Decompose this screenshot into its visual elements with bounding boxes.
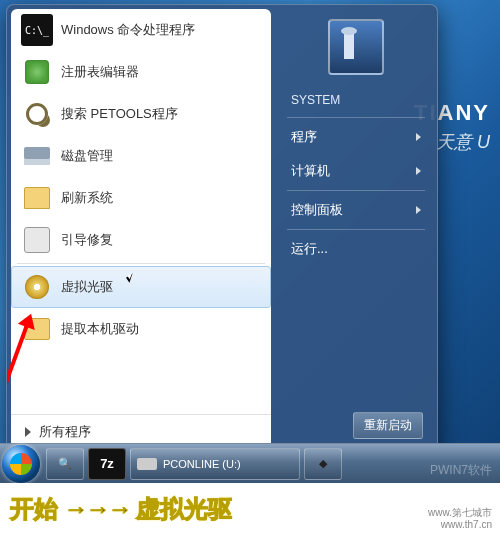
program-list: C:\_ Windows 命令处理程序 注册表编辑器 搜索 PETOOLS程序 … xyxy=(11,9,271,414)
menu-item-virtual-cd[interactable]: 虚拟光驱 xyxy=(11,266,271,308)
right-item-control-panel[interactable]: 控制面板 xyxy=(285,193,427,227)
right-item-run[interactable]: 运行... xyxy=(285,232,427,266)
menu-item-boot-repair[interactable]: 引导修复 xyxy=(11,219,271,261)
right-label: 程序 xyxy=(291,128,317,146)
regedit-icon xyxy=(21,56,53,88)
right-separator xyxy=(287,229,425,230)
right-label: 运行... xyxy=(291,240,328,258)
cd-icon xyxy=(21,271,53,303)
drive-label: PCONLINE (U:) xyxy=(163,458,241,470)
menu-label: 磁盘管理 xyxy=(61,147,113,165)
all-programs-label: 所有程序 xyxy=(39,423,91,441)
menu-item-extract-drivers[interactable]: 提取本机驱动 xyxy=(11,308,271,350)
footer-text-start: 开始 xyxy=(10,493,58,525)
taskbar-7zip-button[interactable]: 7z xyxy=(88,448,126,480)
watermark-site: www.第七城市 www.th7.cn xyxy=(428,507,492,531)
cmd-icon: C:\_ xyxy=(21,14,53,46)
magnifier-chip-icon: 🔍 xyxy=(58,457,72,470)
search-icon xyxy=(21,98,53,130)
menu-label: 注册表编辑器 xyxy=(61,63,139,81)
taskbar-drive-button[interactable]: PCONLINE (U:) xyxy=(130,448,300,480)
right-separator xyxy=(287,190,425,191)
annotation-footer: 开始 →→→ 虚拟光驱 www.第七城市 www.th7.cn xyxy=(0,483,500,535)
menu-label: 刷新系统 xyxy=(61,189,113,207)
taskbar-hwinfo-button[interactable]: 🔍 xyxy=(46,448,84,480)
menu-item-regedit[interactable]: 注册表编辑器 xyxy=(11,51,271,93)
footer-arrows: →→→ xyxy=(64,495,130,523)
right-separator xyxy=(287,117,425,118)
user-name-label: SYSTEM xyxy=(285,89,427,115)
chip-icon: ◆ xyxy=(319,457,327,470)
menu-item-refresh[interactable]: 刷新系统 xyxy=(11,177,271,219)
shutdown-area: 重新启动 xyxy=(285,406,427,443)
menu-separator xyxy=(17,263,265,264)
menu-label: 虚拟光驱 xyxy=(61,278,113,296)
folder-refresh-icon xyxy=(21,182,53,214)
restart-button[interactable]: 重新启动 xyxy=(353,412,423,439)
taskbar-chip-button[interactable]: ◆ xyxy=(304,448,342,480)
menu-label: 引导修复 xyxy=(61,231,113,249)
right-label: 计算机 xyxy=(291,162,330,180)
watermark-brand: PWIN7软件 xyxy=(430,462,492,479)
taskbar: 🔍 7z PCONLINE (U:) ◆ xyxy=(0,443,500,483)
start-menu: C:\_ Windows 命令处理程序 注册表编辑器 搜索 PETOOLS程序 … xyxy=(6,4,438,454)
menu-label: 搜索 PETOOLS程序 xyxy=(61,105,178,123)
chevron-right-icon xyxy=(416,133,421,141)
chevron-right-icon xyxy=(416,167,421,175)
chevron-right-icon xyxy=(25,427,31,437)
menu-item-search-petools[interactable]: 搜索 PETOOLS程序 xyxy=(11,93,271,135)
start-menu-left-pane: C:\_ Windows 命令处理程序 注册表编辑器 搜索 PETOOLS程序 … xyxy=(11,9,271,449)
right-item-computer[interactable]: 计算机 xyxy=(285,154,427,188)
chevron-right-icon xyxy=(416,206,421,214)
start-menu-right-pane: SYSTEM 程序 计算机 控制面板 运行... 重新启动 xyxy=(271,5,437,453)
footer-text-target: 虚拟光驱 xyxy=(136,493,232,525)
boot-repair-icon xyxy=(21,224,53,256)
right-label: 控制面板 xyxy=(291,201,343,219)
menu-label: Windows 命令处理程序 xyxy=(61,21,195,39)
menu-item-disk-mgmt[interactable]: 磁盘管理 xyxy=(11,135,271,177)
right-item-programs[interactable]: 程序 xyxy=(285,120,427,154)
disk-icon xyxy=(21,140,53,172)
user-avatar[interactable] xyxy=(328,19,384,75)
menu-item-cmd[interactable]: C:\_ Windows 命令处理程序 xyxy=(11,9,271,51)
menu-label: 提取本机驱动 xyxy=(61,320,139,338)
start-button[interactable] xyxy=(2,445,40,483)
